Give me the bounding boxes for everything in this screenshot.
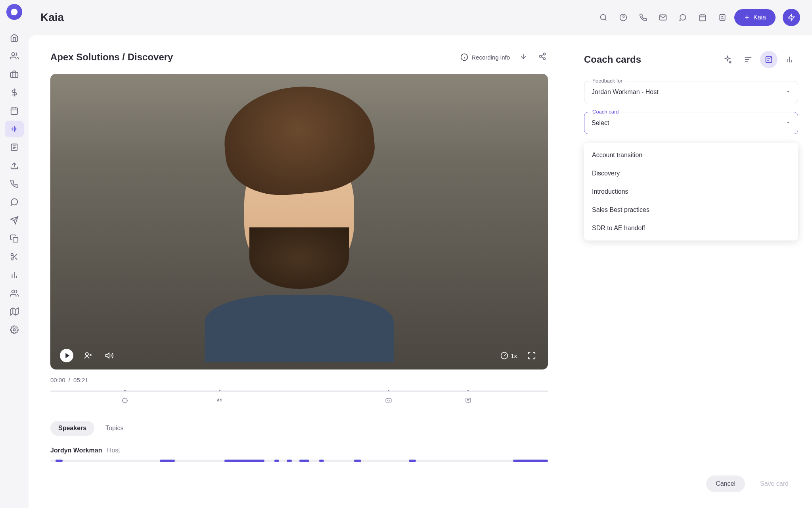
nav-people[interactable] (5, 48, 24, 64)
new-kaia-button[interactable]: Kaia (734, 9, 776, 26)
video-player[interactable]: 1x (50, 74, 548, 369)
coach-title: Coach cards (584, 54, 716, 65)
recording-info-label: Recording info (471, 54, 510, 61)
duration: 05:21 (73, 377, 88, 383)
svg-point-6 (11, 258, 13, 260)
cancel-button[interactable]: Cancel (706, 475, 745, 492)
chart-icon[interactable] (781, 51, 798, 68)
coach-card-label: Coach card (590, 109, 621, 115)
nav-notes[interactable] (5, 139, 24, 156)
speed-value: 1x (511, 352, 517, 359)
feedback-value: Jordan Workman - Host (592, 89, 791, 96)
help-icon[interactable] (615, 10, 631, 25)
marker-note-icon[interactable] (465, 397, 472, 406)
nav-phone[interactable] (5, 175, 24, 192)
marker-caption-icon[interactable] (385, 397, 392, 406)
svg-point-7 (12, 290, 15, 293)
svg-rect-2 (11, 108, 18, 115)
svg-point-19 (123, 398, 127, 403)
chat-icon[interactable] (675, 10, 691, 25)
feedback-for-select[interactable]: Feedback for Jordan Workman - Host (584, 81, 798, 103)
playback-speed[interactable]: 1x (500, 352, 517, 360)
nav-send[interactable] (5, 212, 24, 229)
coach-card-dropdown: Account transition Discovery Introductio… (584, 143, 798, 241)
time-display: 00:00 / 05:21 (50, 377, 548, 383)
coach-card-value: Select (592, 119, 791, 127)
chevron-down-icon (786, 119, 791, 127)
speaker-row: Jordyn Workman Host (50, 447, 548, 462)
svg-rect-12 (699, 15, 705, 21)
sidebar (0, 0, 29, 508)
speaker-waveform[interactable] (50, 460, 548, 462)
speaker-name: Jordyn Workman (50, 447, 102, 454)
play-button[interactable] (60, 349, 73, 362)
dropdown-option[interactable]: Account transition (584, 146, 798, 164)
svg-point-0 (12, 53, 15, 56)
nav-briefcase[interactable] (5, 66, 24, 83)
header: Kaia Kaia (29, 0, 812, 35)
svg-rect-20 (386, 399, 392, 402)
fullscreen-icon[interactable] (525, 349, 538, 362)
feedback-label: Feedback for (590, 78, 625, 84)
phone-icon[interactable] (635, 10, 651, 25)
player-panel: Apex Solutions / Discovery Recording inf… (29, 35, 570, 508)
dropdown-option[interactable]: Introductions (584, 183, 798, 201)
coach-card-select[interactable]: Coach card Select (584, 112, 798, 134)
mail-icon[interactable] (655, 10, 671, 25)
svg-rect-1 (11, 72, 18, 77)
nav-chat[interactable] (5, 194, 24, 210)
search-icon[interactable] (596, 10, 611, 25)
dropdown-option[interactable]: Discovery (584, 164, 798, 183)
svg-point-18 (86, 353, 88, 356)
breadcrumb: Apex Solutions / Discovery (50, 52, 452, 63)
tab-topics[interactable]: Topics (98, 421, 131, 436)
marker-target-icon[interactable] (121, 397, 128, 406)
nav-settings[interactable] (5, 321, 24, 338)
sparkle-icon[interactable] (719, 51, 736, 68)
svg-rect-4 (13, 237, 18, 242)
nav-copy[interactable] (5, 230, 24, 247)
svg-point-16 (540, 56, 542, 58)
dropdown-option[interactable]: Sales Best practices (584, 201, 798, 219)
svg-point-15 (544, 53, 546, 55)
page-title: Kaia (40, 11, 592, 24)
chevron-down-icon (786, 89, 791, 96)
svg-rect-21 (466, 398, 471, 402)
nav-dollar[interactable] (5, 84, 24, 101)
nav-upload[interactable] (5, 157, 24, 174)
volume-icon[interactable] (103, 349, 116, 362)
nav-home[interactable] (5, 29, 24, 46)
coach-panel: Coach cards Feedback for Jordan Workman … (570, 35, 812, 508)
svg-point-17 (544, 58, 546, 60)
list-icon[interactable] (739, 51, 757, 68)
tab-speakers[interactable]: Speakers (50, 421, 94, 436)
svg-point-8 (13, 329, 15, 331)
app-logo[interactable] (6, 4, 22, 20)
nav-calendar[interactable] (5, 102, 24, 119)
nav-waveform[interactable] (5, 121, 24, 137)
nav-map[interactable] (5, 303, 24, 320)
nav-analytics[interactable] (5, 267, 24, 283)
download-icon[interactable] (518, 51, 529, 64)
save-button[interactable]: Save card (751, 475, 798, 492)
timeline-markers (50, 397, 548, 409)
nav-team[interactable] (5, 285, 24, 302)
new-kaia-label: Kaia (753, 14, 766, 21)
share-icon[interactable] (537, 51, 548, 64)
svg-rect-13 (720, 15, 725, 21)
current-time: 00:00 (50, 377, 65, 383)
tasks-icon[interactable] (714, 10, 730, 25)
card-icon[interactable] (760, 51, 778, 68)
speaker-view-icon[interactable] (81, 349, 95, 362)
calendar-icon[interactable] (695, 10, 710, 25)
nav-scissors[interactable] (5, 248, 24, 265)
speaker-role: Host (107, 447, 120, 454)
dropdown-option[interactable]: SDR to AE handoff (584, 219, 798, 237)
svg-point-5 (11, 254, 13, 256)
svg-point-9 (600, 15, 605, 20)
recording-info-button[interactable]: Recording info (460, 53, 510, 61)
marker-quote-icon[interactable] (216, 397, 223, 406)
bolt-button[interactable] (783, 9, 800, 26)
